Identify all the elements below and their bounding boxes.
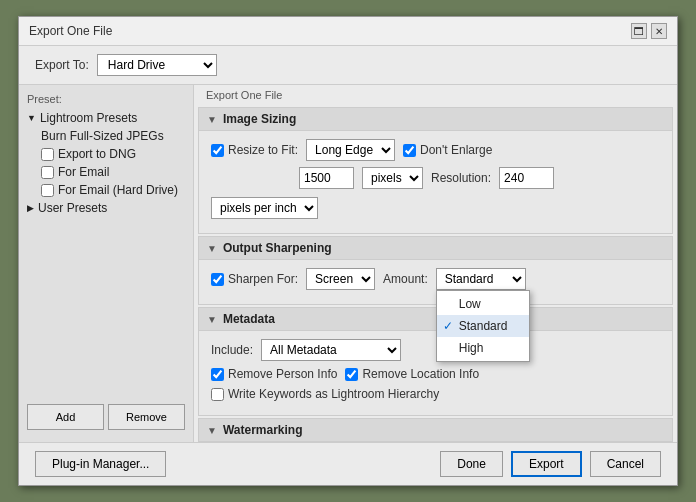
- export-dialog: Export One File 🗖 ✕ Export To: Hard Driv…: [18, 16, 678, 486]
- sections-scroll: ▼ Image Sizing Resize to Fit: Long Edge: [194, 105, 677, 442]
- resize-to-fit-checkbox[interactable]: [211, 144, 224, 157]
- output-sharpening-body: Sharpen For: Screen Amount: Standard: [199, 260, 672, 304]
- for-email-hd-checkbox[interactable]: [41, 184, 54, 197]
- size-unit-select[interactable]: pixels: [362, 167, 423, 189]
- arrow-icon: ▶: [27, 203, 34, 213]
- add-button[interactable]: Add: [27, 404, 104, 430]
- sidebar-item-label: User Presets: [38, 201, 107, 215]
- sidebar-item-for-email[interactable]: For Email: [19, 163, 193, 181]
- title-bar: Export One File 🗖 ✕: [19, 17, 677, 46]
- check-icon: ✓: [443, 319, 453, 333]
- image-sizing-body: Resize to Fit: Long Edge Don't Enlarge: [199, 131, 672, 233]
- sidebar: Preset: ▼ Lightroom Presets Burn Full-Si…: [19, 85, 194, 442]
- sidebar-item-label: For Email (Hard Drive): [58, 183, 178, 197]
- dialog-body: Preset: ▼ Lightroom Presets Burn Full-Si…: [19, 85, 677, 442]
- sidebar-item-label: For Email: [58, 165, 109, 179]
- write-keywords-label: Write Keywords as Lightroom Hierarchy: [211, 387, 439, 401]
- amount-label: Amount:: [383, 272, 428, 286]
- add-remove-buttons: Add Remove: [19, 398, 193, 436]
- section-arrow-icon: ▼: [207, 425, 217, 436]
- export-to-select[interactable]: Hard Drive: [97, 54, 217, 76]
- amount-container: Standard Low ✓ Standard: [436, 268, 526, 290]
- title-controls: 🗖 ✕: [631, 23, 667, 39]
- remove-location-checkbox[interactable]: [345, 368, 358, 381]
- restore-button[interactable]: 🗖: [631, 23, 647, 39]
- section-arrow-icon: ▼: [207, 314, 217, 325]
- resolution-label: Resolution:: [431, 171, 491, 185]
- remove-person-checkbox[interactable]: [211, 368, 224, 381]
- watermarking-section: ▼ Watermarking Watermark: Simple Copyrig…: [198, 418, 673, 442]
- resolution-input[interactable]: [499, 167, 554, 189]
- main-content: Export One File ▼ Image Sizing Resize to…: [194, 85, 677, 442]
- include-label: Include:: [211, 343, 253, 357]
- watermarking-header[interactable]: ▼ Watermarking: [199, 419, 672, 442]
- write-keywords-checkbox[interactable]: [211, 388, 224, 401]
- sharpen-option-select[interactable]: Screen: [306, 268, 375, 290]
- sharpening-row: Sharpen For: Screen Amount: Standard: [211, 268, 660, 290]
- sidebar-item-label: Lightroom Presets: [40, 111, 137, 125]
- sidebar-item-user-presets[interactable]: ▶ User Presets: [19, 199, 193, 217]
- for-email-checkbox[interactable]: [41, 166, 54, 179]
- export-dng-checkbox[interactable]: [41, 148, 54, 161]
- preset-label: Preset:: [19, 91, 193, 109]
- amount-option-low[interactable]: Low: [437, 293, 530, 315]
- export-to-label: Export To:: [35, 58, 89, 72]
- sidebar-item-label: Burn Full-Sized JPEGs: [41, 129, 164, 143]
- amount-option-high[interactable]: High: [437, 337, 530, 359]
- footer-left: Plug-in Manager...: [35, 451, 166, 477]
- sidebar-item-export-dng[interactable]: Export to DNG: [19, 145, 193, 163]
- plugin-manager-button[interactable]: Plug-in Manager...: [35, 451, 166, 477]
- section-title: Watermarking: [223, 423, 303, 437]
- amount-low-label: Low: [459, 297, 481, 311]
- size-input[interactable]: [299, 167, 354, 189]
- remove-person-label: Remove Person Info: [211, 367, 337, 381]
- resize-to-fit-label: Resize to Fit:: [211, 143, 298, 157]
- include-select[interactable]: All Metadata: [261, 339, 401, 361]
- output-sharpening-section: ▼ Output Sharpening Sharpen For: Screen: [198, 236, 673, 305]
- export-to-row: Export To: Hard Drive: [19, 46, 677, 85]
- section-arrow-icon: ▼: [207, 243, 217, 254]
- remove-location-label: Remove Location Info: [345, 367, 479, 381]
- export-one-file-label: Export One File: [194, 85, 677, 105]
- output-sharpening-header[interactable]: ▼ Output Sharpening: [199, 237, 672, 260]
- cancel-button[interactable]: Cancel: [590, 451, 661, 477]
- footer-right: Done Export Cancel: [440, 451, 661, 477]
- resize-option-select[interactable]: Long Edge: [306, 139, 395, 161]
- remove-person-row: Remove Person Info Remove Location Info: [211, 367, 660, 381]
- sharpen-for-checkbox[interactable]: [211, 273, 224, 286]
- dialog-title: Export One File: [29, 24, 112, 38]
- size-row: pixels Resolution: pixels per inch: [211, 167, 660, 219]
- image-sizing-header[interactable]: ▼ Image Sizing: [199, 108, 672, 131]
- section-arrow-icon: ▼: [207, 114, 217, 125]
- write-keywords-row: Write Keywords as Lightroom Hierarchy: [211, 387, 660, 401]
- section-title: Image Sizing: [223, 112, 296, 126]
- image-sizing-section: ▼ Image Sizing Resize to Fit: Long Edge: [198, 107, 673, 234]
- sharpen-for-label: Sharpen For:: [211, 272, 298, 286]
- dont-enlarge-label: Don't Enlarge: [403, 143, 492, 157]
- export-button[interactable]: Export: [511, 451, 582, 477]
- close-button[interactable]: ✕: [651, 23, 667, 39]
- sidebar-item-burn-jpegs[interactable]: Burn Full-Sized JPEGs: [19, 127, 193, 145]
- amount-dropdown: Low ✓ Standard High: [436, 290, 531, 362]
- sidebar-item-label: Export to DNG: [58, 147, 136, 161]
- remove-button[interactable]: Remove: [108, 404, 185, 430]
- resolution-unit-select[interactable]: pixels per inch: [211, 197, 318, 219]
- section-title: Metadata: [223, 312, 275, 326]
- arrow-icon: ▼: [27, 113, 36, 123]
- amount-high-label: High: [459, 341, 484, 355]
- done-button[interactable]: Done: [440, 451, 503, 477]
- dialog-footer: Plug-in Manager... Done Export Cancel: [19, 442, 677, 485]
- resize-row: Resize to Fit: Long Edge Don't Enlarge: [211, 139, 660, 161]
- amount-standard-label: Standard: [459, 319, 508, 333]
- sidebar-item-for-email-hard-drive[interactable]: For Email (Hard Drive): [19, 181, 193, 199]
- amount-select[interactable]: Standard: [436, 268, 526, 290]
- sidebar-item-lightroom-presets[interactable]: ▼ Lightroom Presets: [19, 109, 193, 127]
- section-title: Output Sharpening: [223, 241, 332, 255]
- amount-option-standard[interactable]: ✓ Standard: [437, 315, 530, 337]
- dont-enlarge-checkbox[interactable]: [403, 144, 416, 157]
